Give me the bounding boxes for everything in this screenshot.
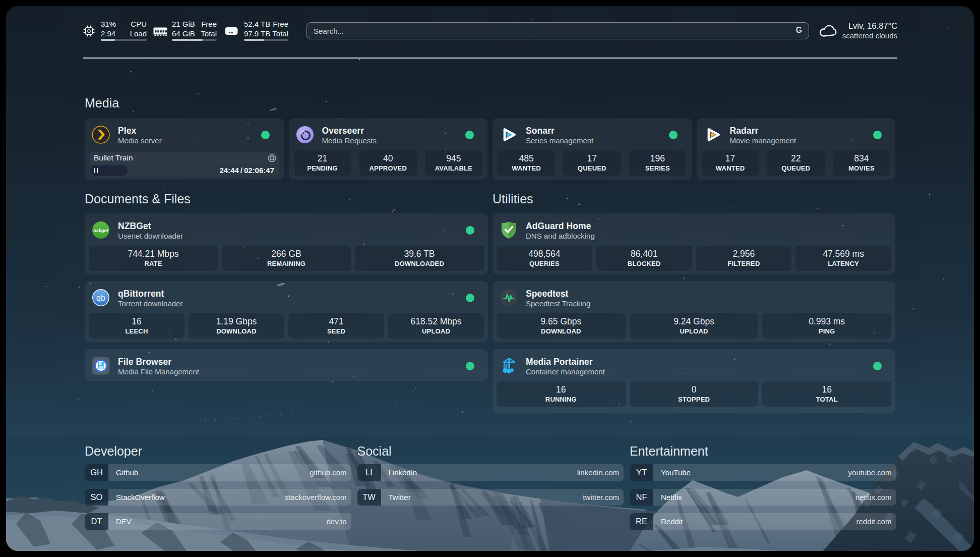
svg-text:nzbget: nzbget [93, 228, 109, 233]
svg-text:qb: qb [96, 294, 105, 302]
